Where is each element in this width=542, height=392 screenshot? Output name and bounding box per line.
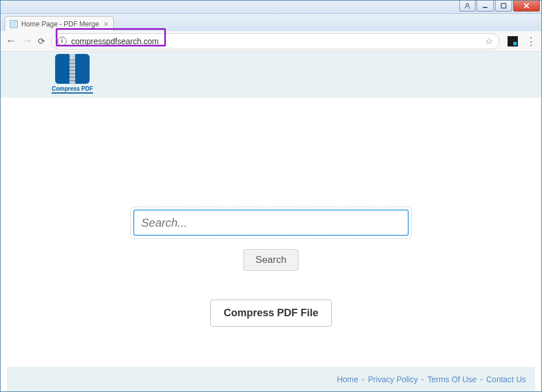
- bookmark-star-icon[interactable]: ☆: [485, 36, 493, 46]
- tab-strip: Home Page - PDF Merge ×: [0, 14, 542, 31]
- address-url: compresspdfsearch.com: [71, 37, 482, 46]
- maximize-button[interactable]: [495, 0, 512, 11]
- svg-rect-2: [501, 3, 506, 8]
- footer-link-home[interactable]: Home: [337, 375, 358, 384]
- close-button[interactable]: [513, 0, 540, 11]
- window-controls: [458, 0, 540, 11]
- new-tab-button[interactable]: [117, 17, 131, 29]
- search-input-wrap: [130, 207, 412, 239]
- footer-sep: -: [480, 375, 483, 384]
- tab-close-icon[interactable]: ×: [104, 20, 109, 29]
- user-button[interactable]: [459, 0, 475, 11]
- footer-link-privacy[interactable]: Privacy Policy: [368, 375, 418, 384]
- address-bar[interactable]: i compresspdfsearch.com ☆: [51, 33, 500, 49]
- extension-icon[interactable]: [508, 36, 518, 46]
- svg-point-0: [466, 3, 469, 5]
- search-button[interactable]: Search: [243, 249, 299, 271]
- tab-title: Home Page - PDF Merge: [21, 20, 100, 28]
- footer-sep: -: [421, 375, 424, 384]
- site-info-icon[interactable]: i: [57, 37, 67, 46]
- minimize-button[interactable]: [477, 0, 494, 11]
- page-footer: Home - Privacy Policy - Terms Of Use - C…: [7, 367, 535, 392]
- reload-button[interactable]: ⟳: [38, 36, 45, 46]
- chrome-menu-button[interactable]: ⋮: [526, 35, 536, 48]
- logo-text: Compress PDF: [52, 86, 93, 94]
- browser-tab[interactable]: Home Page - PDF Merge ×: [5, 16, 114, 31]
- forward-button[interactable]: →: [22, 35, 32, 47]
- search-input[interactable]: [133, 209, 409, 236]
- logo[interactable]: Compress PDF: [52, 54, 93, 95]
- back-button[interactable]: ←: [6, 35, 16, 47]
- pdf-favicon-icon: [10, 20, 18, 28]
- footer-link-terms[interactable]: Terms Of Use: [428, 375, 477, 384]
- page-header: Compress PDF: [0, 52, 542, 98]
- search-area: Search Compress PDF File: [130, 207, 412, 327]
- page-content: Compress PDF Search Compress PDF File Ho…: [0, 52, 542, 392]
- browser-toolbar: ← → ⟳ i compresspdfsearch.com ☆ ⋮: [0, 31, 542, 52]
- svg-rect-1: [483, 7, 487, 8]
- zipper-logo-icon: [55, 54, 90, 84]
- footer-sep: -: [362, 375, 365, 384]
- page-body: Search Compress PDF File: [7, 98, 535, 367]
- compress-pdf-button[interactable]: Compress PDF File: [210, 300, 331, 327]
- window-titlebar: [0, 0, 542, 14]
- footer-link-contact[interactable]: Contact Us: [486, 375, 526, 384]
